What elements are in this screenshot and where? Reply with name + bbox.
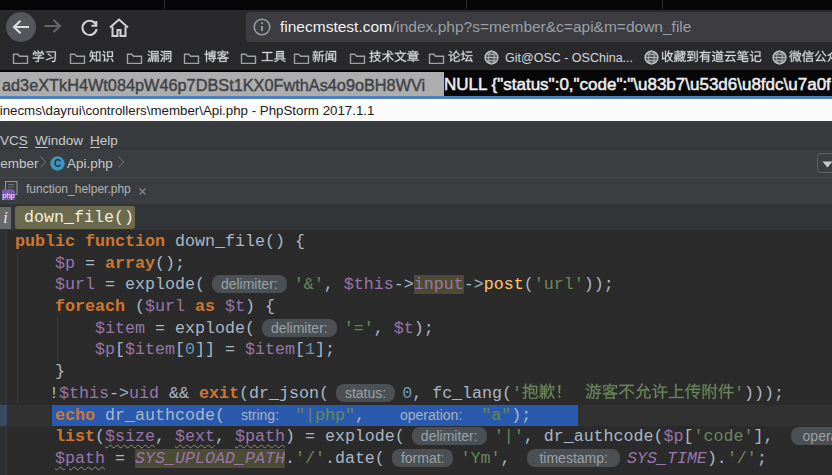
svg-text:php: php: [2, 191, 15, 200]
svg-text:C: C: [53, 158, 60, 169]
